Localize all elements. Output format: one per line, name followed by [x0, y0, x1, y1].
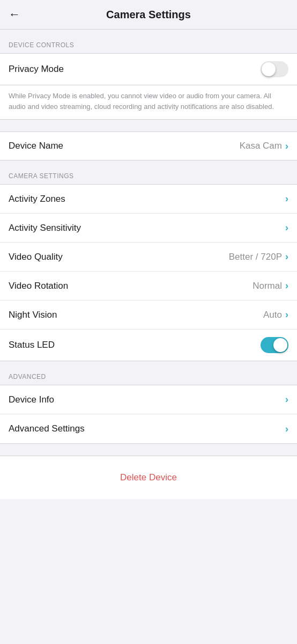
activity-sensitivity-chevron: ›	[285, 222, 288, 233]
night-vision-label: Night Vision	[9, 310, 57, 320]
delete-section: Delete Device	[0, 456, 297, 499]
video-quality-right: Better / 720P ›	[229, 251, 288, 262]
privacy-mode-label: Privacy Mode	[9, 64, 64, 75]
video-quality-value: Better / 720P	[229, 252, 282, 262]
status-led-row[interactable]: Status LED	[0, 330, 297, 361]
toggle-thumb	[262, 62, 276, 76]
device-info-label: Device Info	[9, 394, 54, 405]
device-controls-list: Privacy Mode	[0, 53, 297, 85]
privacy-mode-row[interactable]: Privacy Mode	[0, 54, 297, 85]
advanced-list: Device Info › Advanced Settings ›	[0, 385, 297, 444]
night-vision-row[interactable]: Night Vision Auto ›	[0, 301, 297, 330]
video-rotation-label: Video Rotation	[9, 281, 68, 291]
device-controls-label: Device Controls	[0, 41, 297, 53]
device-controls-section: Device Controls Privacy Mode While Priva…	[0, 30, 297, 120]
activity-zones-right: ›	[285, 193, 288, 204]
activity-sensitivity-row[interactable]: Activity Sensitivity ›	[0, 214, 297, 243]
advanced-settings-right: ›	[285, 423, 288, 435]
night-vision-value: Auto	[263, 310, 282, 320]
device-name-row[interactable]: Device Name Kasa Cam ›	[0, 131, 297, 160]
video-rotation-value: Normal	[253, 281, 282, 291]
device-name-value: Kasa Cam	[240, 141, 282, 151]
page-title: Camera Settings	[27, 9, 270, 21]
activity-zones-label: Activity Zones	[9, 194, 65, 204]
advanced-section: Advanced Device Info › Advanced Settings…	[0, 361, 297, 444]
night-vision-right: Auto ›	[263, 309, 288, 320]
night-vision-chevron: ›	[285, 309, 288, 320]
device-name-chevron: ›	[285, 141, 288, 152]
video-rotation-right: Normal ›	[253, 280, 288, 291]
device-name-label: Device Name	[9, 141, 63, 151]
video-quality-chevron: ›	[285, 251, 288, 262]
advanced-settings-label: Advanced Settings	[9, 423, 85, 434]
camera-settings-section: Camera Settings Activity Zones › Activit…	[0, 160, 297, 361]
privacy-mode-toggle[interactable]	[261, 61, 288, 77]
camera-settings-label: Camera Settings	[0, 172, 297, 184]
back-button[interactable]: ←	[9, 8, 20, 21]
device-name-right: Kasa Cam ›	[240, 141, 288, 152]
advanced-settings-chevron: ›	[285, 423, 288, 435]
privacy-mode-description: While Privacy Mode is enabled, you canno…	[0, 85, 297, 120]
device-info-row[interactable]: Device Info ›	[0, 385, 297, 414]
advanced-label: Advanced	[0, 373, 297, 385]
device-info-chevron: ›	[285, 394, 288, 405]
status-led-label: Status LED	[9, 340, 55, 350]
activity-zones-chevron: ›	[285, 193, 288, 204]
activity-sensitivity-right: ›	[285, 222, 288, 233]
video-rotation-row[interactable]: Video Rotation Normal ›	[0, 272, 297, 301]
gap-1	[0, 120, 297, 131]
activity-zones-row[interactable]: Activity Zones ›	[0, 185, 297, 214]
camera-settings-list: Activity Zones › Activity Sensitivity › …	[0, 184, 297, 361]
activity-sensitivity-label: Activity Sensitivity	[9, 223, 81, 233]
status-led-toggle[interactable]	[261, 337, 288, 353]
advanced-settings-row[interactable]: Advanced Settings ›	[0, 414, 297, 443]
video-quality-row[interactable]: Video Quality Better / 720P ›	[0, 243, 297, 272]
delete-device-button[interactable]: Delete Device	[120, 472, 177, 483]
status-led-thumb	[273, 338, 287, 352]
video-rotation-chevron: ›	[285, 280, 288, 291]
video-quality-label: Video Quality	[9, 252, 63, 262]
device-info-right: ›	[285, 394, 288, 405]
header: ← Camera Settings	[0, 0, 297, 30]
